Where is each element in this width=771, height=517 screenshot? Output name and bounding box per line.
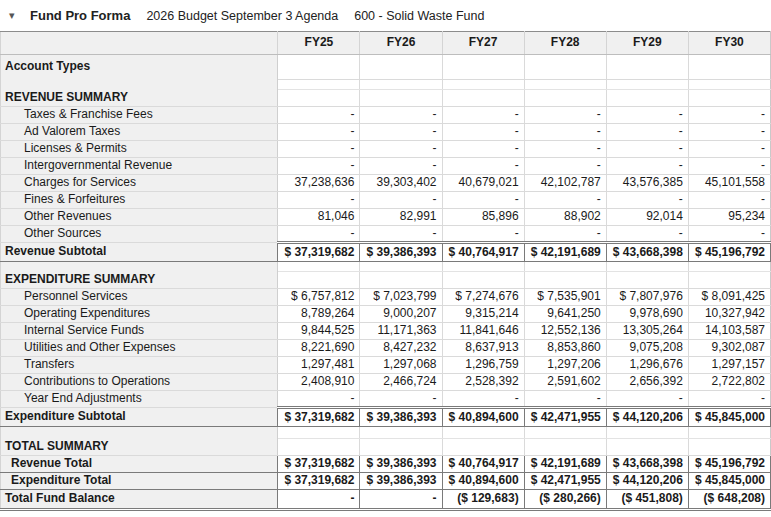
cell-fy28: 42,102,787 bbox=[524, 175, 606, 192]
cell-fy26: - bbox=[360, 107, 442, 124]
cell-fy25: $ 37,319,682 bbox=[278, 473, 360, 490]
cell-fy29: - bbox=[606, 158, 688, 175]
row-ad-valorem-taxes: Ad Valorem Taxes------ bbox=[1, 124, 771, 141]
row-revenue-subtotal: Revenue Subtotal$ 37,319,682$ 39,386,393… bbox=[1, 243, 771, 262]
cell-fy27: - bbox=[442, 107, 524, 124]
cell-fy25 bbox=[278, 262, 360, 272]
cell-fy30: - bbox=[688, 107, 770, 124]
cell-fy29: - bbox=[606, 141, 688, 158]
cell-fy27: $ 7,274,676 bbox=[442, 289, 524, 306]
pro-forma-header: ▾ Fund Pro Forma 2026 Budget September 3… bbox=[0, 0, 771, 31]
row-label bbox=[1, 80, 278, 90]
cell-fy29: 13,305,264 bbox=[606, 323, 688, 340]
row-total-fund-balance: Total Fund Balance--($ 129,683)($ 280,26… bbox=[1, 490, 771, 510]
cell-fy27 bbox=[442, 439, 524, 456]
cell-fy27: - bbox=[442, 124, 524, 141]
cell-fy28: 12,552,136 bbox=[524, 323, 606, 340]
row-expenditure-summary: EXPENDITURE SUMMARY bbox=[1, 272, 771, 289]
cell-fy25 bbox=[278, 439, 360, 456]
cell-fy25: - bbox=[278, 124, 360, 141]
cell-fy27: ($ 129,683) bbox=[442, 490, 524, 510]
column-header-fy28: FY28 bbox=[524, 32, 606, 55]
cell-fy25: 9,844,525 bbox=[278, 323, 360, 340]
collapse-chevron-icon[interactable]: ▾ bbox=[9, 10, 23, 21]
cell-fy28: - bbox=[524, 158, 606, 175]
cell-fy28 bbox=[524, 90, 606, 107]
cell-fy27: 40,679,021 bbox=[442, 175, 524, 192]
cell-fy25 bbox=[278, 427, 360, 439]
cell-fy29: $ 44,120,206 bbox=[606, 473, 688, 490]
cell-fy26: $ 39,386,393 bbox=[360, 473, 442, 490]
cell-fy29: 1,296,676 bbox=[606, 357, 688, 374]
cell-fy25 bbox=[278, 272, 360, 289]
cell-fy27: $ 40,894,600 bbox=[442, 408, 524, 427]
row-label: EXPENDITURE SUMMARY bbox=[1, 272, 278, 289]
cell-fy29: 92,014 bbox=[606, 209, 688, 226]
cell-fy30: ($ 648,208) bbox=[688, 490, 770, 510]
cell-fy29: $ 43,668,398 bbox=[606, 456, 688, 473]
cell-fy30 bbox=[688, 55, 770, 80]
cell-fy28: $ 42,471,955 bbox=[524, 408, 606, 427]
cell-fy30: 14,103,587 bbox=[688, 323, 770, 340]
cell-fy30 bbox=[688, 90, 770, 107]
cell-fy29: $ 43,668,398 bbox=[606, 243, 688, 262]
cell-fy28: 2,591,602 bbox=[524, 374, 606, 391]
cell-fy26: 2,466,724 bbox=[360, 374, 442, 391]
cell-fy29 bbox=[606, 439, 688, 456]
row-label: Revenue Subtotal bbox=[1, 243, 278, 262]
cell-fy27: 8,637,913 bbox=[442, 340, 524, 357]
cell-fy29 bbox=[606, 262, 688, 272]
cell-fy27: $ 40,764,917 bbox=[442, 243, 524, 262]
cell-fy29: ($ 451,808) bbox=[606, 490, 688, 510]
cell-fy25: $ 6,757,812 bbox=[278, 289, 360, 306]
row-label: REVENUE SUMMARY bbox=[1, 90, 278, 107]
column-header-fy25: FY25 bbox=[278, 32, 360, 55]
cell-fy28: - bbox=[524, 391, 606, 408]
cell-fy27: 11,841,646 bbox=[442, 323, 524, 340]
cell-fy27: 1,296,759 bbox=[442, 357, 524, 374]
cell-fy27 bbox=[442, 272, 524, 289]
cell-fy30: - bbox=[688, 124, 770, 141]
cell-fy27: - bbox=[442, 141, 524, 158]
cell-fy27: $ 40,764,917 bbox=[442, 456, 524, 473]
cell-fy27 bbox=[442, 55, 524, 80]
cell-fy28 bbox=[524, 439, 606, 456]
row-label: Operating Expenditures bbox=[1, 306, 278, 323]
cell-fy25: - bbox=[278, 226, 360, 243]
cell-fy28: ($ 280,266) bbox=[524, 490, 606, 510]
cell-fy29: $ 44,120,206 bbox=[606, 408, 688, 427]
row-other-revenues: Other Revenues81,04682,99185,89688,90292… bbox=[1, 209, 771, 226]
row-account-types: Account Types bbox=[1, 55, 771, 80]
row-other-sources: Other Sources------ bbox=[1, 226, 771, 243]
cell-fy25: $ 37,319,682 bbox=[278, 243, 360, 262]
row-label: Intergovernmental Revenue bbox=[1, 158, 278, 175]
cell-fy26: $ 7,023,799 bbox=[360, 289, 442, 306]
cell-fy28: - bbox=[524, 124, 606, 141]
cell-fy25: - bbox=[278, 490, 360, 510]
cell-fy29: - bbox=[606, 226, 688, 243]
cell-fy26: - bbox=[360, 158, 442, 175]
cell-fy25 bbox=[278, 55, 360, 80]
cell-fy25: $ 37,319,682 bbox=[278, 456, 360, 473]
row-label: Other Revenues bbox=[1, 209, 278, 226]
fund-name: 600 - Solid Waste Fund bbox=[354, 9, 484, 23]
cell-fy29: - bbox=[606, 124, 688, 141]
cell-fy27 bbox=[442, 80, 524, 90]
cell-fy29 bbox=[606, 80, 688, 90]
cell-fy28: 1,297,206 bbox=[524, 357, 606, 374]
cell-fy28: - bbox=[524, 107, 606, 124]
cell-fy27: 2,528,392 bbox=[442, 374, 524, 391]
cell-fy25: 8,221,690 bbox=[278, 340, 360, 357]
cell-fy30 bbox=[688, 262, 770, 272]
row-fines-forfeitures: Fines & Forfeitures------ bbox=[1, 192, 771, 209]
cell-fy27: 85,896 bbox=[442, 209, 524, 226]
row-label: Expenditure Total bbox=[1, 473, 278, 490]
row-label bbox=[1, 427, 278, 439]
budget-name: 2026 Budget September 3 Agenda bbox=[146, 9, 338, 23]
cell-fy26: - bbox=[360, 391, 442, 408]
cell-fy26 bbox=[360, 80, 442, 90]
cell-fy29: 2,656,392 bbox=[606, 374, 688, 391]
cell-fy30: - bbox=[688, 391, 770, 408]
row-licenses-permits: Licenses & Permits------ bbox=[1, 141, 771, 158]
row-label: Account Types bbox=[1, 55, 278, 80]
